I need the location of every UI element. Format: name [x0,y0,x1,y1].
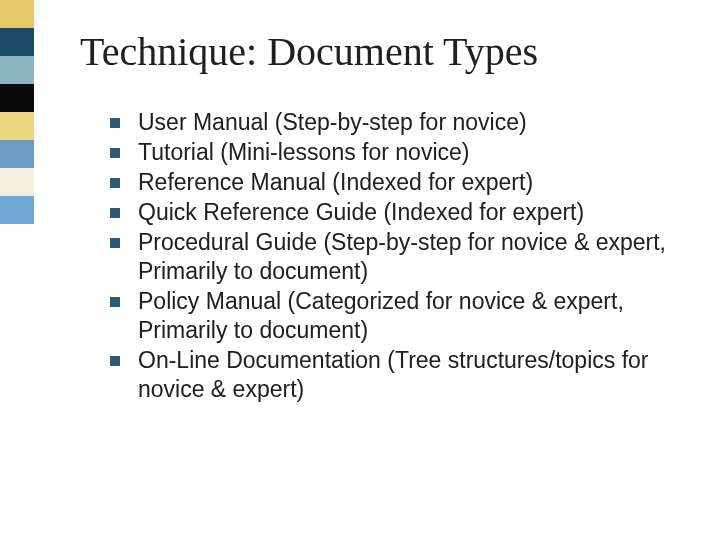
sidebar-block [0,168,34,196]
list-item: User Manual (Step-by-step for novice) [110,108,690,137]
list-item-text: Procedural Guide (Step-by-step for novic… [138,229,666,284]
bullet-list: User Manual (Step-by-step for novice) Tu… [110,108,690,405]
list-item-text: Reference Manual (Indexed for expert) [138,169,533,195]
square-bullet-icon [110,178,120,188]
sidebar-block [0,56,34,84]
square-bullet-icon [110,356,120,366]
list-item-text: On-Line Documentation (Tree structures/t… [138,347,648,402]
list-item-text: Tutorial (Mini-lessons for novice) [138,139,469,165]
square-bullet-icon [110,208,120,218]
square-bullet-icon [110,297,120,307]
list-item: On-Line Documentation (Tree structures/t… [110,346,690,404]
list-item: Reference Manual (Indexed for expert) [110,168,690,197]
list-item-text: User Manual (Step-by-step for novice) [138,109,527,135]
list-item-text: Quick Reference Guide (Indexed for exper… [138,199,584,225]
list-item: Quick Reference Guide (Indexed for exper… [110,198,690,227]
list-item: Tutorial (Mini-lessons for novice) [110,138,690,167]
square-bullet-icon [110,118,120,128]
sidebar-graphic [0,0,34,224]
list-item: Procedural Guide (Step-by-step for novic… [110,228,690,286]
sidebar-block [0,0,34,28]
list-item: Policy Manual (Categorized for novice & … [110,287,690,345]
sidebar-block [0,112,34,140]
square-bullet-icon [110,238,120,248]
sidebar-block [0,28,34,56]
sidebar-block [0,196,34,224]
slide-title: Technique: Document Types [80,28,538,75]
list-item-text: Policy Manual (Categorized for novice & … [138,288,624,343]
sidebar-block [0,84,34,112]
square-bullet-icon [110,148,120,158]
sidebar-block [0,140,34,168]
